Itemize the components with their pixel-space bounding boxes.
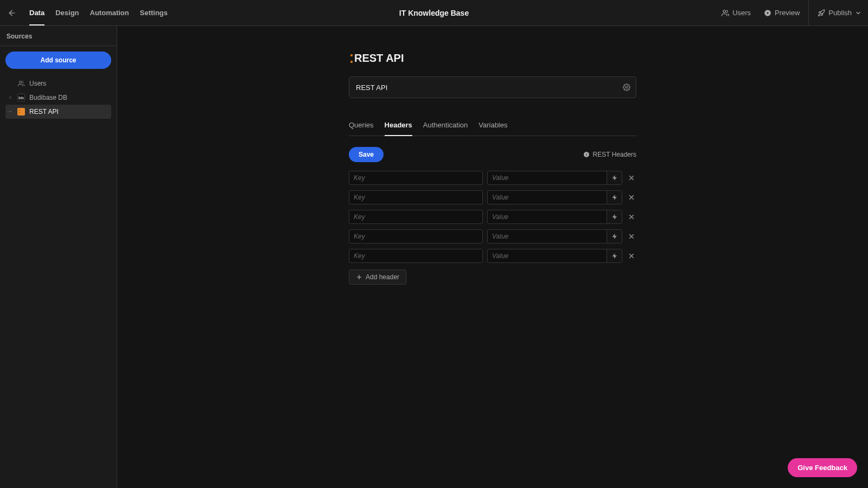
sidebar-list: Users bb Budibase DB REST API	[5, 76, 111, 119]
datasource-name-input[interactable]	[355, 83, 623, 92]
chevron-down-icon	[8, 110, 13, 114]
content-inner: REST API Queries Headers Authentication …	[349, 52, 636, 285]
header-value-wrap	[487, 171, 622, 185]
give-feedback-button[interactable]: Give Feedback	[788, 458, 857, 477]
delete-row-button[interactable]	[627, 174, 636, 182]
close-icon	[628, 213, 635, 221]
plus-icon	[356, 274, 362, 280]
header-value-input[interactable]	[488, 230, 607, 243]
lightning-icon	[611, 175, 618, 181]
lightning-icon	[611, 233, 618, 240]
nav-tab-design[interactable]: Design	[50, 0, 84, 25]
save-button[interactable]: Save	[349, 147, 384, 162]
bindings-button[interactable]	[607, 210, 622, 223]
tab-authentication[interactable]: Authentication	[423, 114, 468, 136]
publish-label: Publish	[828, 9, 852, 17]
delete-row-button[interactable]	[627, 213, 636, 221]
main: Sources Add source Users bb Budibase DB	[0, 26, 868, 488]
lightning-icon	[611, 214, 618, 220]
datasource-name-field	[349, 76, 636, 98]
header-rows	[349, 171, 636, 263]
close-icon	[628, 252, 635, 260]
header-value-input[interactable]	[488, 191, 607, 204]
delete-row-button[interactable]	[627, 252, 636, 260]
section-label: REST Headers	[583, 151, 636, 158]
budibase-icon: bb	[17, 94, 25, 101]
preview-label: Preview	[775, 9, 800, 17]
sidebar-body: Add source Users bb Budibase DB	[0, 46, 117, 124]
topbar: Data Design Automation Settings IT Knowl…	[0, 0, 868, 26]
lightning-icon	[611, 253, 618, 259]
sidebar-item-budibase-db[interactable]: bb Budibase DB	[5, 91, 111, 105]
gear-icon	[623, 84, 630, 91]
sidebar-item-label: REST API	[29, 108, 59, 115]
app-title: IT Knowledge Base	[399, 9, 469, 17]
header-value-wrap	[487, 190, 622, 204]
delete-row-button[interactable]	[627, 194, 636, 201]
header-value-wrap	[487, 210, 622, 224]
chevron-right-icon	[8, 95, 13, 100]
header-value-input[interactable]	[488, 210, 607, 223]
delete-row-button[interactable]	[627, 233, 636, 240]
header-value-input[interactable]	[488, 249, 607, 262]
rocket-icon	[818, 9, 825, 17]
add-header-button[interactable]: Add header	[349, 269, 406, 285]
header-key-input[interactable]	[349, 249, 483, 263]
header-key-input[interactable]	[349, 210, 483, 224]
svg-point-6	[626, 86, 628, 88]
header-value-wrap	[487, 229, 622, 243]
content: REST API Queries Headers Authentication …	[117, 26, 868, 488]
page-title-row: REST API	[349, 52, 636, 65]
svg-point-5	[20, 81, 22, 84]
sidebar-item-users[interactable]: Users	[5, 76, 111, 91]
sidebar: Sources Add source Users bb Budibase DB	[0, 26, 117, 488]
plug-icon	[17, 108, 25, 115]
section-label-text: REST Headers	[593, 151, 636, 158]
svg-rect-8	[586, 154, 586, 156]
close-icon	[628, 194, 635, 201]
sidebar-item-label: Users	[29, 80, 46, 87]
header-row	[349, 229, 636, 243]
users-action[interactable]: Users	[715, 0, 757, 25]
header-value-wrap	[487, 249, 622, 263]
users-icon	[17, 80, 25, 87]
header-value-input[interactable]	[488, 171, 607, 184]
topbar-right: Users Preview Publish	[715, 0, 868, 25]
sidebar-title: Sources	[0, 26, 117, 46]
inner-tabs: Queries Headers Authentication Variables	[349, 114, 636, 136]
bindings-button[interactable]	[607, 249, 622, 262]
add-header-label: Add header	[366, 273, 399, 281]
users-icon	[722, 9, 729, 17]
header-key-input[interactable]	[349, 190, 483, 204]
bindings-button[interactable]	[607, 191, 622, 204]
nav-tab-data[interactable]: Data	[24, 0, 50, 25]
nav-tab-automation[interactable]: Automation	[85, 0, 135, 25]
bindings-button[interactable]	[607, 171, 622, 184]
preview-action[interactable]: Preview	[757, 0, 806, 25]
publish-action[interactable]: Publish	[811, 0, 868, 25]
close-icon	[628, 174, 635, 182]
nav-tabs: Data Design Automation Settings	[24, 0, 173, 25]
settings-button[interactable]	[623, 84, 630, 91]
tab-variables[interactable]: Variables	[478, 114, 507, 136]
sidebar-item-label: Budibase DB	[29, 94, 67, 101]
topbar-divider	[808, 0, 809, 25]
nav-tab-settings[interactable]: Settings	[135, 0, 173, 25]
back-button[interactable]	[0, 0, 24, 25]
add-source-button[interactable]: Add source	[5, 52, 111, 69]
chevron-down-icon	[855, 10, 861, 16]
header-row	[349, 249, 636, 263]
tab-queries[interactable]: Queries	[349, 114, 374, 136]
arrow-left-icon	[8, 9, 16, 17]
header-key-input[interactable]	[349, 229, 483, 243]
topbar-left: Data Design Automation Settings	[0, 0, 173, 25]
header-row	[349, 171, 636, 185]
header-key-input[interactable]	[349, 171, 483, 185]
bindings-button[interactable]	[607, 230, 622, 243]
users-label: Users	[732, 9, 751, 17]
sidebar-item-rest-api[interactable]: REST API	[5, 105, 111, 119]
header-row	[349, 190, 636, 204]
section-bar: Save REST Headers	[349, 147, 636, 162]
close-icon	[628, 233, 635, 240]
tab-headers[interactable]: Headers	[385, 114, 412, 136]
